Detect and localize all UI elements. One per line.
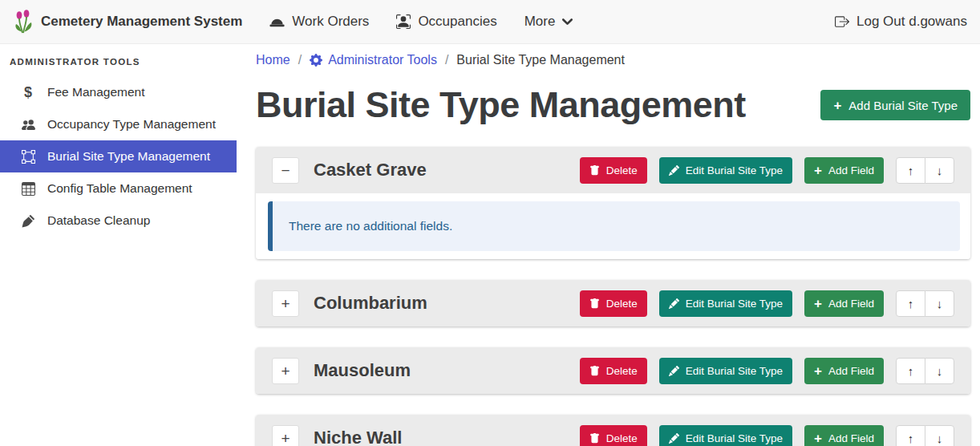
pencil-icon <box>669 366 679 376</box>
sidebar-item-burial-site-type[interactable]: Burial Site Type Management <box>0 140 237 172</box>
delete-label: Delete <box>606 164 638 176</box>
nav-more-label: More <box>524 14 556 30</box>
plus-icon: + <box>814 432 822 445</box>
sidebar-item-label: Database Cleanup <box>47 213 150 228</box>
sidebar-item-config-table[interactable]: Config Table Management <box>0 172 237 205</box>
brand-link[interactable]: Cemetery Management System <box>13 10 242 34</box>
reorder-button-group: ↑ ↓ <box>896 290 954 317</box>
delete-button[interactable]: Delete <box>580 157 647 184</box>
panel-actions: Delete Edit Burial Site Type + Add Field… <box>580 425 954 446</box>
panel-body: There are no additional fields. <box>256 193 970 259</box>
delete-label: Delete <box>606 432 638 444</box>
no-additional-fields-alert: There are no additional fields. <box>268 201 960 251</box>
nav-more-dropdown[interactable]: More <box>524 14 573 30</box>
nav-occupancies-label: Occupancies <box>418 14 496 30</box>
sidebar-item-fee-management[interactable]: $ Fee Management <box>0 76 237 108</box>
sidebar-item-occupancy-type[interactable]: Occupancy Type Management <box>0 108 237 140</box>
add-field-button[interactable]: + Add Field <box>804 290 884 317</box>
panel-title: Mausoleum <box>314 360 565 381</box>
plus-icon: + <box>814 297 822 310</box>
panel-title: Casket Grave <box>314 160 565 180</box>
panel-actions: Delete Edit Burial Site Type + Add Field… <box>580 157 954 184</box>
breadcrumb: Home / Administrator Tools / Burial Site… <box>256 51 970 70</box>
move-up-button[interactable]: ↑ <box>896 425 925 446</box>
sidebar-item-database-cleanup[interactable]: Database Cleanup <box>0 205 237 237</box>
move-down-button[interactable]: ↓ <box>925 358 954 384</box>
main-content: Home / Administrator Tools / Burial Site… <box>237 44 980 446</box>
delete-label: Delete <box>606 365 638 377</box>
pencil-icon <box>669 433 679 444</box>
edit-label: Edit Burial Site Type <box>686 298 783 310</box>
add-field-label: Add Field <box>828 365 874 377</box>
reorder-button-group: ↑ ↓ <box>896 358 954 384</box>
breadcrumb-home-link[interactable]: Home <box>256 53 290 67</box>
panel-casket-grave: − Casket Grave Delete Edit Burial Site T… <box>256 147 970 259</box>
edit-label: Edit Burial Site Type <box>686 432 783 444</box>
panel-header: − Casket Grave Delete Edit Burial Site T… <box>256 147 970 193</box>
panel-header: + Columbarium Delete Edit Burial Site Ty… <box>256 280 970 326</box>
add-field-button[interactable]: + Add Field <box>804 157 884 184</box>
logout-button[interactable]: Log Out d.gowans <box>835 14 967 30</box>
chevron-down-icon <box>562 18 573 26</box>
add-field-button[interactable]: + Add Field <box>804 358 884 384</box>
collapse-toggle-button[interactable]: − <box>272 157 299 184</box>
expand-toggle-button[interactable]: + <box>272 425 299 446</box>
move-down-button[interactable]: ↓ <box>925 157 954 184</box>
plus-icon: + <box>814 164 822 177</box>
edit-burial-site-type-button[interactable]: Edit Burial Site Type <box>659 290 792 317</box>
edit-label: Edit Burial Site Type <box>686 164 783 176</box>
move-down-button[interactable]: ↓ <box>925 425 954 446</box>
delete-button[interactable]: Delete <box>580 290 647 317</box>
tulip-logo-icon <box>13 10 34 34</box>
gear-icon <box>310 54 322 67</box>
add-burial-site-type-label: Add Burial Site Type <box>848 99 958 112</box>
dollar-icon: $ <box>19 84 37 101</box>
add-field-button[interactable]: + Add Field <box>804 425 884 446</box>
delete-label: Delete <box>606 298 638 310</box>
add-field-label: Add Field <box>828 164 874 176</box>
breadcrumb-admin-tools-link[interactable]: Administrator Tools <box>310 53 437 67</box>
trash-icon <box>589 433 600 444</box>
edit-burial-site-type-button[interactable]: Edit Burial Site Type <box>659 157 792 184</box>
add-field-label: Add Field <box>828 432 874 444</box>
page-title: Burial Site Type Management <box>256 83 746 128</box>
person-bounding-box-icon <box>396 14 411 29</box>
edit-burial-site-type-button[interactable]: Edit Burial Site Type <box>659 358 792 384</box>
pencil-icon <box>669 165 679 176</box>
panel-title: Columbarium <box>314 293 565 314</box>
breadcrumb-separator: / <box>298 53 302 67</box>
move-up-button[interactable]: ↑ <box>896 157 925 184</box>
plus-icon: + <box>833 99 841 112</box>
nav-occupancies[interactable]: Occupancies <box>396 14 496 30</box>
expand-toggle-button[interactable]: + <box>272 358 299 384</box>
edit-burial-site-type-button[interactable]: Edit Burial Site Type <box>659 425 792 446</box>
move-down-button[interactable]: ↓ <box>925 290 954 317</box>
breadcrumb-separator: / <box>445 53 448 67</box>
broom-icon <box>19 214 37 228</box>
panel-actions: Delete Edit Burial Site Type + Add Field… <box>580 290 954 317</box>
people-icon <box>19 118 37 132</box>
panel-niche-wall: + Niche Wall Delete Edit Burial Site Typ… <box>256 415 970 446</box>
panel-actions: Delete Edit Burial Site Type + Add Field… <box>580 358 954 384</box>
panel-columbarium: + Columbarium Delete Edit Burial Site Ty… <box>256 280 970 326</box>
delete-button[interactable]: Delete <box>580 425 647 446</box>
move-up-button[interactable]: ↑ <box>896 358 925 384</box>
top-navbar: Cemetery Management System Work Orders O… <box>0 0 980 44</box>
trash-icon <box>589 366 600 376</box>
app-title: Cemetery Management System <box>41 14 242 30</box>
trash-icon <box>589 165 600 176</box>
move-up-button[interactable]: ↑ <box>896 290 925 317</box>
reorder-button-group: ↑ ↓ <box>896 157 954 184</box>
logout-label: Log Out d.gowans <box>856 14 967 30</box>
sidebar-item-label: Burial Site Type Management <box>47 149 210 164</box>
add-burial-site-type-button[interactable]: + Add Burial Site Type <box>820 90 970 120</box>
admin-tools-sidebar: ADMINISTRATOR TOOLS $ Fee Management Occ… <box>0 44 237 446</box>
reorder-button-group: ↑ ↓ <box>896 425 954 446</box>
breadcrumb-current: Burial Site Type Management <box>456 53 625 67</box>
sidebar-heading: ADMINISTRATOR TOOLS <box>0 49 237 76</box>
expand-toggle-button[interactable]: + <box>272 290 299 317</box>
panel-title: Niche Wall <box>314 428 565 446</box>
table-icon <box>19 182 37 196</box>
delete-button[interactable]: Delete <box>580 358 647 384</box>
nav-work-orders[interactable]: Work Orders <box>269 14 369 30</box>
